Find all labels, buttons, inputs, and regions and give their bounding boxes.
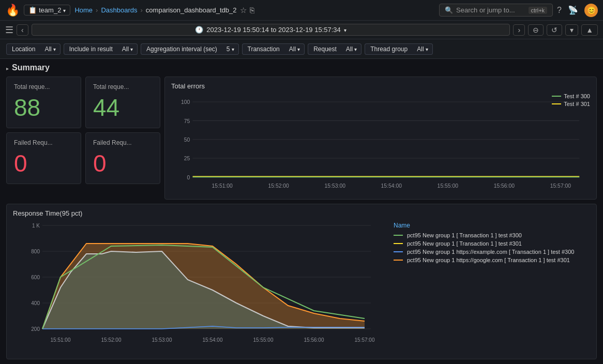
search-icon: 🔍 (445, 6, 453, 14)
request-label: Request (308, 43, 342, 55)
news-icon[interactable]: 📡 (568, 5, 578, 15)
collapse-button[interactable]: ▲ (581, 24, 598, 36)
response-legend-line-1 (394, 235, 403, 236)
request-chevron-icon (354, 46, 357, 53)
time-prev-button[interactable]: ‹ (17, 24, 28, 36)
response-legend-line-3 (394, 251, 403, 252)
response-legend-item-2: pct95 New group 1 [ Transaction 1 ] test… (394, 240, 590, 247)
svg-text:15:51:00: 15:51:00 (212, 183, 233, 189)
aggregation-select[interactable]: 5 (222, 43, 239, 55)
svg-text:0: 0 (187, 175, 190, 180)
panels-row: Total reque... 88 Total reque... 44 Fail… (6, 77, 597, 200)
response-legend-label-3: pct95 New group 1 https://example.com [ … (407, 249, 574, 255)
user-avatar[interactable]: 😊 (584, 4, 598, 17)
total-errors-title: Total errors (171, 82, 590, 90)
svg-text:15:52:00: 15:52:00 (268, 183, 289, 189)
breadcrumb-sep-1: › (96, 6, 98, 14)
thread-label: Thread group (365, 43, 413, 55)
stat-card-total-reqs-1: Total reque... 88 (6, 77, 81, 128)
filter-bar: Location All Include in result All Aggre… (0, 39, 603, 59)
location-value: All (44, 46, 51, 53)
include-select[interactable]: All (118, 43, 138, 55)
aggregation-value: 5 (227, 46, 230, 53)
thread-select[interactable]: All (413, 43, 432, 55)
stat-card-failed-reqs-2: Failed Requ... 0 (85, 132, 160, 184)
location-label: Location (6, 43, 40, 55)
star-icon[interactable]: ☆ (240, 6, 247, 15)
stat-card-value-3: 0 (14, 151, 73, 175)
response-legend-line-4 (394, 260, 403, 261)
aggregation-label: Aggregation interval (sec) (141, 43, 222, 55)
stat-cards-area: Total reque... 88 Total reque... 44 Fail… (6, 77, 160, 200)
legend-label-300: Test # 300 (564, 93, 590, 99)
team-icon: 📋 (28, 6, 37, 14)
transaction-select[interactable]: All (285, 43, 305, 55)
response-legend-label-4: pct95 New group 1 https://google.com [ T… (407, 257, 570, 263)
response-time-svg: 1 K 800 600 400 200 15:51:00 15:52:00 15… (13, 220, 387, 352)
team-selector[interactable]: 📋 team_2 (24, 5, 70, 16)
svg-text:800: 800 (31, 249, 40, 254)
include-filter: Include in result All (64, 43, 138, 55)
location-filter: Location All (6, 43, 61, 55)
svg-text:15:56:00: 15:56:00 (304, 337, 324, 343)
refresh-button[interactable]: ↺ (547, 24, 562, 36)
svg-text:1 K: 1 K (32, 223, 40, 229)
stat-card-title-3: Failed Requ... (14, 139, 73, 146)
response-legend-line-2 (394, 243, 403, 244)
svg-text:15:56:00: 15:56:00 (494, 183, 515, 189)
main-content: Summary Total reque... 88 Total reque...… (0, 59, 603, 363)
summary-collapse-icon[interactable] (6, 64, 9, 72)
svg-text:75: 75 (184, 118, 190, 124)
stat-row-2: Failed Requ... 0 Failed Requ... 0 (6, 132, 160, 184)
errors-legend: Test # 300 Test # 301 (552, 93, 590, 107)
stat-card-value-2: 44 (93, 96, 153, 119)
breadcrumb-sep-2: › (141, 6, 143, 14)
stat-card-title-4: Failed Requ... (93, 139, 153, 146)
include-chevron-icon (130, 46, 133, 53)
svg-text:50: 50 (184, 137, 190, 143)
share-icon[interactable]: ⎘ (250, 6, 254, 14)
transaction-value: All (289, 46, 296, 53)
time-range[interactable]: 🕐 2023-12-19 15:50:14 to 2023-12-19 15:5… (32, 24, 510, 36)
request-value: All (346, 46, 353, 53)
aggregation-filter: Aggregation interval (sec) 5 (141, 43, 238, 55)
svg-text:25: 25 (184, 156, 190, 161)
total-errors-chart: Test # 300 Test # 301 100 7 (171, 93, 590, 194)
total-errors-panel: Total errors Test # 300 Test # 301 (164, 77, 597, 200)
search-bar[interactable]: 🔍 Search or jump to... ctrl+k (439, 4, 553, 17)
request-filter: Request All (308, 43, 361, 55)
errors-svg: 100 75 50 25 0 15:51:00 15:52:00 15:53:0… (171, 93, 590, 194)
breadcrumb-current: comparison_dashboard_tdb_2 (146, 6, 237, 14)
search-shortcut: ctrl+k (529, 7, 548, 14)
menu-icon[interactable]: ☰ (5, 24, 13, 36)
summary-title: Summary (12, 63, 50, 72)
stat-card-value-4: 0 (93, 151, 153, 175)
top-nav: 🔥 📋 team_2 Home › Dashboards › compariso… (0, 0, 603, 21)
zoom-out-button[interactable]: ⊖ (528, 24, 544, 36)
settings-button[interactable]: ▾ (565, 24, 578, 36)
location-select[interactable]: All (40, 43, 60, 55)
breadcrumb-home[interactable]: Home (74, 6, 93, 14)
legend-label-301: Test # 301 (564, 101, 590, 107)
response-legend-item-3: pct95 New group 1 https://example.com [ … (394, 249, 590, 255)
svg-text:15:51:00: 15:51:00 (51, 337, 71, 343)
legend-line-green (552, 96, 561, 97)
svg-text:15:52:00: 15:52:00 (101, 337, 122, 343)
legend-line-yellow (552, 103, 561, 104)
app-logo: 🔥 (5, 3, 20, 18)
help-icon[interactable]: ? (557, 6, 562, 15)
svg-text:15:53:00: 15:53:00 (325, 183, 346, 189)
response-legend-label-1: pct95 New group 1 [ Transaction 1 ] test… (407, 232, 522, 238)
request-select[interactable]: All (342, 43, 361, 55)
aggregation-chevron-icon (232, 46, 234, 53)
transaction-filter: Transaction All (242, 43, 305, 55)
stat-card-value-1: 88 (14, 96, 73, 119)
time-next-button[interactable]: › (513, 24, 525, 36)
breadcrumb-dashboards[interactable]: Dashboards (101, 6, 137, 14)
nav-icons: ? 📡 😊 (557, 4, 598, 17)
response-time-legend: Name pct95 New group 1 [ Transaction 1 ]… (394, 209, 590, 354)
thread-value: All (417, 46, 424, 53)
search-placeholder: Search or jump to... (456, 6, 515, 14)
svg-text:15:57:00: 15:57:00 (550, 183, 571, 189)
response-legend-item-4: pct95 New group 1 https://google.com [ T… (394, 257, 590, 263)
